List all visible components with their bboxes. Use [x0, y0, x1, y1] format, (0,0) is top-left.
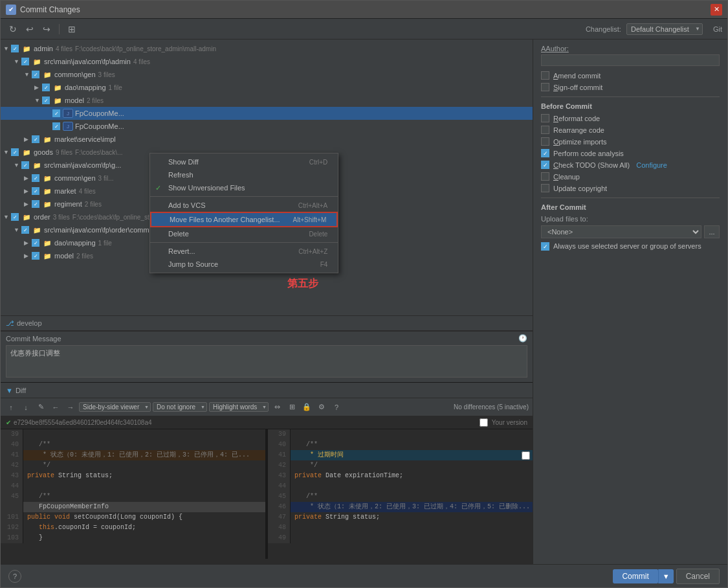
tree-item-dao-mapping[interactable]: ▶ ✓ 📁 dao\mapping 1 file [1, 81, 533, 94]
cancel-button[interactable]: Cancel [676, 569, 720, 584]
right-panel: AAuthor: Amend commit Sign-off commit Be… [533, 40, 727, 564]
redo-button[interactable]: ↪ [39, 22, 54, 36]
diff-down-btn[interactable]: ↓ [19, 401, 32, 414]
close-button[interactable]: ✕ [711, 4, 722, 16]
changelist-select[interactable]: Default Changelist [626, 23, 703, 35]
tree-item-admin[interactable]: ▼ ✓ 📁 admin 4 files F:\codes\back\fp_onl… [1, 42, 533, 55]
tree-checkbox[interactable]: ✓ [52, 122, 60, 130]
tree-checkbox[interactable]: ✓ [21, 58, 29, 65]
diff-edit-btn[interactable]: ✎ [34, 401, 47, 414]
diff-sync-btn[interactable]: ⇔ [270, 401, 283, 414]
perform-code-analysis-checkbox[interactable]: ✓ [541, 149, 549, 157]
cleanup-row: Cleanup [541, 172, 720, 181]
ctx-add-vcs[interactable]: Add to VCS Ctrl+Alt+A [150, 199, 338, 212]
tree-checkbox[interactable]: ✓ [32, 71, 39, 78]
diff-highlight-select[interactable]: Highlight words [209, 402, 269, 412]
diff-toolbar: ↑ ↓ ✎ ← → Side-by-side viewer Do not ign… [1, 398, 533, 416]
diff-line: 101 public void setCouponId(Long couponI… [1, 512, 265, 523]
java-icon: J [63, 122, 73, 131]
tree-item-fp-coupon2[interactable]: ✓ J FpCouponMe... [1, 120, 533, 133]
tree-checkbox[interactable]: ✓ [32, 239, 39, 247]
tree-checkbox[interactable]: ✓ [32, 187, 39, 195]
tree-item-market[interactable]: ▶ ✓ 📁 market\service\impl [1, 133, 533, 146]
diff-prev-btn[interactable]: ← [49, 401, 62, 414]
reformat-code-checkbox[interactable] [541, 114, 549, 122]
diff-settings-btn[interactable]: ⚙ [315, 401, 328, 414]
diff-lock-btn[interactable]: 🔒 [300, 401, 313, 414]
ctx-delete[interactable]: Delete Delete [150, 227, 338, 240]
tree-checkbox[interactable]: ✓ [21, 161, 29, 169]
always-use-checkbox[interactable]: ✓ [541, 242, 549, 251]
clock-icon: 🕐 [518, 334, 527, 343]
refresh-button[interactable]: ↻ [6, 22, 20, 36]
ctx-jump-source[interactable]: Jump to Source F4 [150, 258, 338, 271]
tree-checkbox[interactable]: ✓ [32, 135, 39, 143]
tree-item-src-admin[interactable]: ▼ ✓ 📁 src\main\java\com\fp\admin 4 files [1, 55, 533, 68]
tree-checkbox[interactable]: ✓ [32, 200, 39, 208]
diff-ignore-select[interactable]: Do not ignore [153, 402, 207, 412]
tree-arrow: ▼ [14, 162, 21, 168]
ctx-show-unversioned[interactable]: ✓ Show Unversioned Files [150, 181, 338, 194]
commit-message-input[interactable]: <span class="commit-msg-highlight">优惠券接口… [6, 345, 527, 378]
context-menu: Show Diff Ctrl+D Refresh ✓ Show Unversio… [149, 153, 338, 273]
update-copyright-checkbox[interactable] [541, 184, 549, 192]
commit-message-area: Commit Message 🕐 <span class="commit-msg… [1, 331, 533, 382]
tree-item-fp-coupon1[interactable]: ✓ J FpCouponMe... [1, 107, 533, 120]
tree-checkbox[interactable]: ✓ [42, 96, 50, 104]
diff-line: 48 [268, 523, 533, 533]
diff-up-btn[interactable]: ↑ [5, 401, 17, 414]
tree-checkbox[interactable]: ✓ [42, 84, 50, 91]
diff-highlight-dropdown-wrap: Highlight words [209, 402, 269, 412]
commit-button[interactable]: Commit [613, 569, 657, 583]
tree-arrow: ▶ [24, 136, 32, 142]
upload-select[interactable]: <None> [541, 225, 701, 238]
folder-icon: 📁 [42, 199, 52, 209]
diff-line: 45 /** [268, 492, 533, 502]
check-todo-checkbox[interactable]: ✓ [541, 161, 549, 169]
tree-checkbox[interactable]: ✓ [11, 45, 19, 52]
rearrange-code-label: Rearrange code [553, 126, 604, 134]
diff-scrollbar[interactable] [1, 559, 533, 564]
tree-checkbox[interactable]: ✓ [11, 213, 19, 221]
configure-link[interactable]: Configure [636, 161, 667, 169]
tree-label: src\main\java\com\fp\admin [44, 58, 131, 65]
tree-count: 3 files [98, 71, 115, 78]
upload-more-btn[interactable]: ... [704, 225, 720, 238]
diff-help-btn[interactable]: ? [330, 401, 343, 414]
tree-arrow: ▼ [3, 45, 11, 52]
help-button[interactable]: ? [8, 570, 21, 583]
tree-item-common-gen[interactable]: ▼ ✓ 📁 common\gen 3 files [1, 68, 533, 81]
tree-checkbox[interactable]: ✓ [32, 252, 39, 260]
line-checkbox[interactable] [522, 451, 530, 460]
tree-checkbox[interactable]: ✓ [32, 174, 39, 182]
your-version-checkbox[interactable] [480, 418, 488, 427]
diff-line: 39 [268, 429, 533, 440]
cleanup-checkbox[interactable] [541, 172, 549, 181]
ctx-revert[interactable]: Revert... Ctrl+Alt+Z [150, 245, 338, 258]
undo-button[interactable]: ↩ [23, 22, 37, 36]
diff-collapse-btn[interactable]: ⊞ [285, 401, 298, 414]
optimize-imports-checkbox[interactable] [541, 137, 549, 146]
ctx-show-diff[interactable]: Show Diff Ctrl+D [150, 155, 338, 168]
rearrange-code-checkbox[interactable] [541, 126, 549, 134]
diff-collapse-icon[interactable]: ▼ [6, 387, 13, 394]
commit-dropdown-button[interactable]: ▼ [658, 569, 674, 583]
ctx-refresh[interactable]: Refresh [150, 168, 338, 181]
amend-commit-checkbox[interactable] [541, 71, 549, 80]
left-panel: ▼ ✓ 📁 admin 4 files F:\codes\back\fp_onl… [1, 40, 533, 564]
author-field: AAuthor: [541, 45, 720, 66]
author-input[interactable] [541, 54, 720, 66]
ctx-move-files[interactable]: Move Files to Another Changelist... Alt+… [150, 212, 338, 227]
tree-checkbox[interactable]: ✓ [11, 148, 19, 156]
sign-off-commit-checkbox[interactable] [541, 83, 549, 91]
group-button[interactable]: ⊞ [65, 22, 79, 36]
tree-label: dao\mapping [54, 239, 96, 247]
tree-checkbox[interactable]: ✓ [52, 109, 60, 117]
tree-item-model[interactable]: ▼ ✓ 📁 model 2 files [1, 94, 533, 107]
diff-next-btn[interactable]: → [64, 401, 77, 414]
diff-viewer-select[interactable]: Side-by-side viewer [79, 402, 151, 412]
toolbar: ↻ ↩ ↪ ⊞ Changelist: Default Changelist G… [1, 19, 727, 40]
tree-checkbox[interactable]: ✓ [21, 226, 29, 234]
diff-line: 45 /** [1, 492, 265, 502]
folder-icon: 📁 [21, 44, 32, 53]
